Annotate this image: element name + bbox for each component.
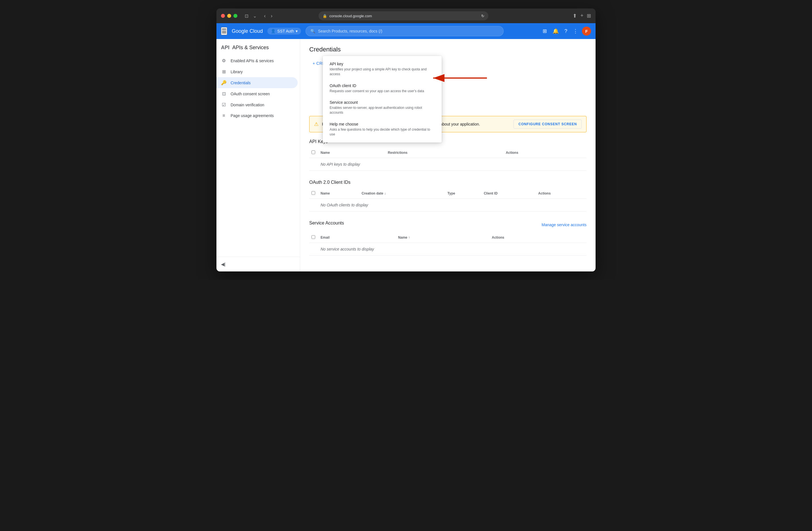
sidebar-item-label: Page usage agreements [231, 113, 274, 118]
help-choose-desc: Asks a few questions to help you decide … [330, 127, 435, 137]
browser-window: ⊡ ⌄ ‹ › 🔒 console.cloud.google.com ↻ ⬆ +… [216, 9, 596, 271]
more-options-icon[interactable]: ⋮ [571, 26, 580, 36]
sidebar-item-page-usage[interactable]: ≡ Page usage agreements [216, 110, 298, 121]
oauth-col-name: Name [318, 188, 359, 199]
oauth-col-client-id: Client ID [481, 188, 536, 199]
sidebar-item-oauth-consent[interactable]: ⊡ OAuth consent screen [216, 88, 298, 99]
sidebar-item-library[interactable]: ⊞ Library [216, 66, 298, 77]
traffic-lights [221, 14, 237, 18]
configure-consent-screen-button[interactable]: CONFIGURE CONSENT SCREEN [513, 120, 582, 129]
share-icon[interactable]: ⬆ [572, 13, 577, 19]
page-title: Credentials [309, 46, 586, 53]
sidebar-toggle-btn[interactable]: ⊡ [243, 12, 250, 20]
lock-icon: 🔒 [322, 14, 327, 18]
api-keys-table: Name Restrictions Actions No API keys to… [309, 148, 586, 171]
oauth-section: OAuth 2.0 Client IDs Name Creation date … [309, 180, 586, 211]
service-accounts-table: Email Name ↑ Actions No service accounts… [309, 232, 586, 255]
sidebar-item-label: Credentials [231, 80, 251, 85]
reload-icon: ↻ [481, 14, 484, 18]
hamburger-menu[interactable]: ☰ [221, 27, 227, 35]
create-credentials-dropdown: API key Identifies your project using a … [323, 56, 441, 143]
oauth-table: Name Creation date ↓ Type Client ID Acti… [309, 188, 586, 211]
sa-col-actions: Actions [490, 232, 586, 243]
titlebar: ⊡ ⌄ ‹ › 🔒 console.cloud.google.com ↻ ⬆ +… [216, 9, 596, 23]
back-button[interactable]: ‹ [262, 12, 268, 20]
configure-btn-label: CONFIGURE CONSENT SCREEN [518, 122, 577, 126]
collapse-sidebar-btn[interactable]: ◀| [221, 262, 226, 267]
oauth-section-title: OAuth 2.0 Client IDs [309, 180, 586, 185]
oauth-select-all[interactable] [311, 191, 315, 195]
api-keys-select-all[interactable] [311, 150, 315, 154]
manage-service-accounts-link[interactable]: Manage service accounts [541, 222, 586, 227]
library-icon: ⊞ [221, 69, 227, 74]
window-controls: ⊡ ⌄ [243, 12, 258, 20]
sidebar-item-label: Domain verification [231, 103, 264, 107]
sa-col-email: Email [318, 232, 396, 243]
new-tab-icon[interactable]: + [580, 13, 583, 19]
dropdown-service-account[interactable]: Service account Enables server-to-server… [323, 97, 441, 118]
service-account-title: Service account [330, 100, 435, 105]
service-accounts-title: Service Accounts [309, 221, 344, 226]
api-keys-col-name: Name [318, 148, 386, 158]
close-button[interactable] [221, 14, 225, 18]
sidebar-toggle-arrow[interactable]: ⌄ [251, 12, 258, 20]
warning-icon: ⚠ [314, 121, 319, 127]
sidebar-item-enabled-apis[interactable]: ⚙ Enabled APIs & services [216, 55, 298, 66]
table-row: No API keys to display [309, 158, 586, 171]
oauth-col-type: Type [445, 188, 481, 199]
page-usage-icon: ≡ [221, 113, 227, 118]
credentials-icon: 🔑 [221, 80, 227, 85]
main-layout: API APIs & Services ⚙ Enabled APIs & ser… [216, 39, 596, 271]
table-row: No service accounts to display [309, 243, 586, 255]
sidebar-title: APIs & Services [232, 45, 269, 50]
gcloud-header: ☰ Google Cloud 👤 SST Auth ▾ 🔍 Search Pro… [216, 23, 596, 39]
service-accounts-header: Service Accounts Manage service accounts [309, 221, 586, 229]
sidebar-item-label: OAuth consent screen [231, 92, 270, 96]
service-account-desc: Enables server-to-server, app-level auth… [330, 105, 435, 115]
gcloud-logo: Google Cloud [232, 28, 263, 34]
search-bar[interactable]: 🔍 Search Products, resources, docs (/) [306, 26, 504, 36]
apps-icon[interactable]: ⊞ [541, 26, 549, 36]
api-keys-col-restrictions: Restrictions [386, 148, 504, 158]
enabled-apis-icon: ⚙ [221, 58, 227, 63]
oauth-col-creation-date: Creation date ↓ [359, 188, 445, 199]
nav-buttons: ‹ › [262, 12, 275, 20]
dropdown-oauth-client-id[interactable]: OAuth client ID Requests user consent so… [323, 80, 441, 97]
search-placeholder: Search Products, resources, docs (/) [318, 29, 382, 33]
oauth-empty: No OAuth clients to display [318, 199, 586, 211]
sa-col-name: Name ↑ [396, 232, 490, 243]
sidebar-item-domain-verification[interactable]: ☑ Domain verification [216, 99, 298, 110]
main-content: Credentials + CREATE CREDENTIALS 🗑 DELET… [300, 39, 596, 271]
table-row: No OAuth clients to display [309, 199, 586, 211]
forward-button[interactable]: › [269, 12, 275, 20]
help-choose-title: Help me choose [330, 122, 435, 127]
dropdown-arrow-icon: ▾ [296, 29, 298, 33]
titlebar-actions: ⬆ + ⊞ [572, 13, 591, 19]
sa-select-all[interactable] [311, 235, 315, 239]
dropdown-api-key[interactable]: API key Identifies your project using a … [323, 58, 441, 80]
api-keys-col-actions: Actions [504, 148, 586, 158]
notifications-support-icon[interactable]: 🔔 [551, 26, 561, 36]
oauth-icon: ⊡ [221, 91, 227, 97]
oauth-client-id-title: OAuth client ID [330, 84, 435, 88]
minimize-button[interactable] [227, 14, 231, 18]
url-text: console.cloud.google.com [329, 14, 372, 18]
sa-empty: No service accounts to display [318, 243, 586, 255]
sidebar: API APIs & Services ⚙ Enabled APIs & ser… [216, 39, 300, 271]
maximize-button[interactable] [233, 14, 237, 18]
api-keys-section: API Keys Name Restrictions Actions [309, 139, 586, 171]
search-icon: 🔍 [310, 29, 315, 33]
project-selector[interactable]: 👤 SST Auth ▾ [267, 28, 301, 34]
url-bar[interactable]: 🔒 console.cloud.google.com ↻ [319, 11, 488, 20]
api-keys-empty: No API keys to display [318, 158, 586, 171]
sidebar-item-label: Enabled APIs & services [231, 59, 274, 63]
oauth-col-actions: Actions [536, 188, 586, 199]
dropdown-help-choose[interactable]: Help me choose Asks a few questions to h… [323, 118, 441, 140]
sidebar-item-label: Library [231, 70, 243, 74]
help-icon[interactable]: ? [563, 27, 569, 36]
sidebar-item-credentials[interactable]: 🔑 Credentials [216, 77, 298, 88]
avatar[interactable]: F [582, 27, 591, 35]
tabs-icon[interactable]: ⊞ [587, 13, 591, 19]
sidebar-footer: ◀| [216, 257, 300, 271]
api-icon: API [221, 45, 230, 50]
